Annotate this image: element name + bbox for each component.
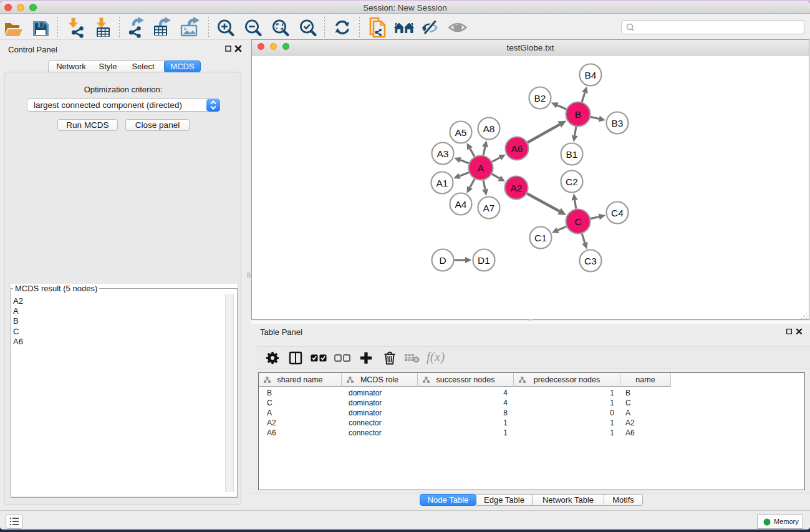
svg-text:B3: B3 <box>612 118 624 128</box>
svg-text:B2: B2 <box>534 93 546 104</box>
svg-text:A4: A4 <box>455 199 467 210</box>
svg-text:A8: A8 <box>483 123 495 134</box>
svg-text:B4: B4 <box>585 70 597 80</box>
svg-text:A5: A5 <box>455 127 467 138</box>
svg-text:C2: C2 <box>566 177 578 187</box>
svg-text:D1: D1 <box>478 255 490 266</box>
svg-text:C4: C4 <box>611 208 624 218</box>
svg-text:B1: B1 <box>566 149 578 160</box>
svg-text:D: D <box>439 255 446 266</box>
svg-text:B: B <box>575 109 581 120</box>
svg-text:A3: A3 <box>437 148 449 159</box>
svg-text:C1: C1 <box>534 233 547 243</box>
svg-text:C3: C3 <box>584 256 597 266</box>
svg-text:A6: A6 <box>511 143 523 154</box>
svg-text:A2: A2 <box>511 183 523 193</box>
svg-text:A7: A7 <box>483 203 495 213</box>
svg-text:C: C <box>574 216 581 227</box>
svg-text:A: A <box>478 163 485 173</box>
svg-text:A1: A1 <box>436 178 448 188</box>
